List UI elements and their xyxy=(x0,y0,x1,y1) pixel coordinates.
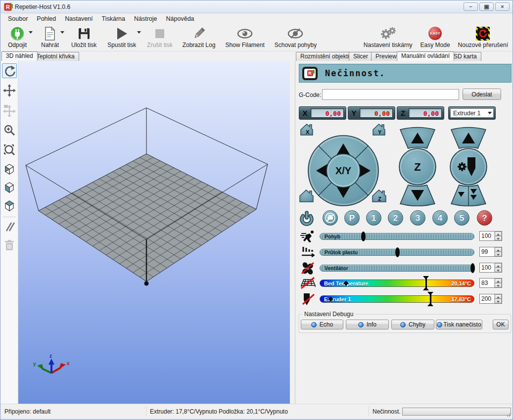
fan-off-icon xyxy=(300,261,316,275)
connect-dropdown-arrow-icon[interactable] xyxy=(29,31,33,34)
x-position-display: X 0,00 xyxy=(299,106,346,120)
rotate-view-button[interactable] xyxy=(2,63,17,78)
extruder-select-value: Extruder 1 xyxy=(453,110,480,117)
extruder-pad[interactable] xyxy=(450,128,487,207)
load-dropdown-arrow-icon[interactable] xyxy=(60,31,64,34)
window-title: Repetier-Host V1.0.6 xyxy=(15,3,70,10)
extruder-select[interactable]: Extruder 1 xyxy=(448,106,496,120)
connect-button[interactable]: Odpojit xyxy=(2,24,32,51)
flow-slider[interactable]: Průtok plastu xyxy=(320,249,474,256)
bed-temperature-slider[interactable]: Bed Temperature 20,14°C xyxy=(320,280,474,287)
easy-mode-button[interactable]: EASY Easy Mode xyxy=(418,24,453,51)
extruder-temperature-thumb[interactable] xyxy=(427,292,434,306)
bed-target-spinner[interactable]: 83 xyxy=(479,278,502,288)
spinner-up-icon[interactable] xyxy=(495,279,502,283)
tab-3d-nahled[interactable]: 3D náhled xyxy=(1,51,38,61)
home-all-button[interactable] xyxy=(300,190,313,202)
spinner-down-icon[interactable] xyxy=(495,252,502,256)
menu-nastaveni[interactable]: Nastavení xyxy=(60,14,97,24)
hide-travel-eye-icon xyxy=(287,25,304,42)
menu-pohled[interactable]: Pohled xyxy=(32,14,60,24)
debug-dry-run-button[interactable]: Tisk nanečisto xyxy=(436,320,482,329)
menu-nastroje[interactable]: Nástroje xyxy=(130,14,162,24)
spinner-down-icon[interactable] xyxy=(495,268,502,272)
panel-splitter[interactable] xyxy=(290,61,295,404)
fan-value-spinner[interactable]: 100 xyxy=(479,263,502,273)
debug-info-button[interactable]: Info xyxy=(346,320,389,329)
speed-value-spinner[interactable]: 100 xyxy=(479,231,502,241)
repetier-logo-icon: R xyxy=(302,67,318,80)
move-view-button[interactable] xyxy=(2,83,17,98)
tab-slicer[interactable]: Slicer xyxy=(349,52,373,61)
menu-tiskarna[interactable]: Tiskárna xyxy=(97,14,130,24)
emergency-stop-icon xyxy=(476,27,490,41)
start-print-dropdown-arrow-icon[interactable] xyxy=(137,31,141,34)
emergency-stop-button[interactable]: Nouzové přerušení xyxy=(456,24,511,51)
debug-ok-button[interactable]: OK xyxy=(493,320,509,329)
show-filament-button[interactable]: Show Filament xyxy=(223,24,267,51)
extruder-current-temperature: 17,83°C xyxy=(451,296,471,302)
fan-slider-label: Ventilátor xyxy=(325,265,348,271)
tab-strip: 3D náhled Teplotní křivka Rozmístění obj… xyxy=(0,51,513,61)
speed-slider[interactable]: Pohyb xyxy=(320,233,474,240)
extruder-temperature-slider[interactable]: Extruder 1 17,83°C xyxy=(320,295,474,303)
gcode-input[interactable] xyxy=(322,89,459,100)
tab-rozmisteni-objektu[interactable]: Rozmístění objektů xyxy=(296,52,356,61)
spinner-down-icon[interactable] xyxy=(495,283,502,287)
resize-grip[interactable] xyxy=(507,412,512,417)
send-gcode-button[interactable]: Odeslat xyxy=(463,89,501,100)
connect-plug-icon xyxy=(10,25,25,42)
flow-value-spinner[interactable]: 99 xyxy=(479,247,502,257)
gcode-label: G-Code: xyxy=(299,92,321,98)
spinner-up-icon[interactable] xyxy=(495,263,502,268)
preset-3-button[interactable]: 3 xyxy=(410,210,425,226)
zoom-fit-button[interactable] xyxy=(2,142,17,157)
help-button[interactable]: ? xyxy=(477,210,492,226)
debug-echo-button[interactable]: Echo xyxy=(301,320,343,329)
maximize-button[interactable]: ▣ xyxy=(479,2,494,11)
xy-pad[interactable]: X/Y xyxy=(308,136,378,206)
preset-5-button[interactable]: 5 xyxy=(454,210,469,226)
z-pad[interactable]: Z xyxy=(399,128,436,206)
flow-slider-thumb[interactable] xyxy=(395,247,400,257)
extruder-target-spinner[interactable]: 200 xyxy=(479,294,502,304)
home-z-button[interactable]: Z xyxy=(373,190,386,202)
spinner-up-icon[interactable] xyxy=(495,247,502,252)
zoom-in-button[interactable] xyxy=(2,123,17,138)
close-button[interactable]: × xyxy=(495,2,510,11)
save-print-button[interactable]: Uložit tisk xyxy=(69,24,99,51)
status-banner-text: Nečinnost. xyxy=(325,68,385,78)
spinner-down-icon[interactable] xyxy=(495,236,502,240)
fan-slider-thumb[interactable] xyxy=(470,263,475,273)
isometric-view-button[interactable] xyxy=(2,161,17,176)
spinner-down-icon[interactable] xyxy=(495,299,502,303)
printer-settings-button[interactable]: Nastavení tiskárny xyxy=(361,24,415,51)
debug-errors-button[interactable]: Chyby xyxy=(391,320,434,329)
show-log-button[interactable]: Zobrazit Log xyxy=(180,24,218,51)
front-view-button[interactable] xyxy=(2,180,17,194)
menu-napoveda[interactable]: Nápověda xyxy=(162,14,199,24)
hide-travel-button[interactable]: Schovat pohyby xyxy=(272,24,319,51)
3d-viewport[interactable]: y x z xyxy=(18,61,290,404)
spinner-up-icon[interactable] xyxy=(495,232,502,236)
tab-manualni-ovladani[interactable]: Manuální ovládání xyxy=(397,51,454,61)
preset-2-button[interactable]: 2 xyxy=(388,210,403,226)
preset-1-button[interactable]: 1 xyxy=(366,210,381,226)
home-x-button[interactable]: X xyxy=(301,124,313,135)
start-print-button[interactable]: Spustit tisk xyxy=(103,24,140,51)
preset-4-button[interactable]: 4 xyxy=(432,210,448,226)
fan-slider[interactable]: Ventilátor xyxy=(320,265,474,272)
tab-teplotni-krivka[interactable]: Teplotní křivka xyxy=(32,52,79,61)
home-y-button[interactable]: Y xyxy=(373,124,385,135)
bed-temperature-thumb[interactable] xyxy=(423,276,429,290)
top-view-icon xyxy=(3,199,16,212)
parallel-projection-button[interactable] xyxy=(2,219,17,234)
menu-soubor[interactable]: Soubor xyxy=(3,14,32,24)
no-print-toggle-button[interactable] xyxy=(323,210,338,226)
park-button[interactable]: P xyxy=(344,210,360,226)
load-button[interactable]: Nahrát xyxy=(36,24,64,51)
minimize-button[interactable]: – xyxy=(464,2,478,11)
power-button[interactable] xyxy=(298,210,314,226)
spinner-up-icon[interactable] xyxy=(495,294,502,299)
top-view-button[interactable] xyxy=(2,198,17,213)
